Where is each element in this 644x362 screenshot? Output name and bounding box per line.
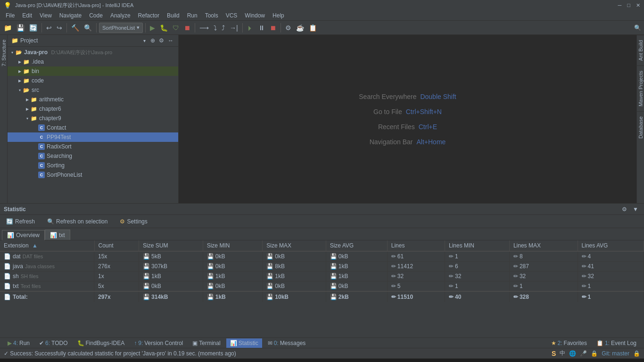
tree-item-pp94test[interactable]: C PP94Test xyxy=(8,132,178,142)
todo-tab[interactable]: ✔ 6: TODO xyxy=(35,338,71,348)
col-lines-max[interactable]: Lines MAX xyxy=(509,240,578,251)
sdk-btn[interactable]: ☕ xyxy=(294,22,306,33)
tree-item-root[interactable]: ▾ 📂 Java-pro D:\JAVA程序设计\Java-pro xyxy=(8,48,178,57)
start-button[interactable]: ⊞ xyxy=(0,359,24,362)
tree-item-sorting[interactable]: C Sorting xyxy=(8,161,178,170)
refresh-button[interactable]: 🔄 Refresh xyxy=(2,216,39,227)
taskbar-java[interactable]: ☕ xyxy=(154,359,175,362)
col-lines-avg[interactable]: Lines AVG xyxy=(578,240,644,251)
tree-item-chapter9[interactable]: ▾ 📁 chapter9 xyxy=(8,114,178,123)
col-size-max[interactable]: Size MAX xyxy=(263,240,326,251)
tree-item-code[interactable]: ▶ 📁 code xyxy=(8,76,178,85)
settings-tool-button[interactable]: ⚙ Settings xyxy=(116,216,151,227)
tree-item-contact[interactable]: C Contact xyxy=(8,123,178,132)
stat-settings-btn[interactable]: ⚙ xyxy=(620,205,629,214)
resume-btn[interactable]: ⏵ xyxy=(245,22,256,33)
step-into-btn[interactable]: ⤵ xyxy=(212,22,219,33)
maven-projects-tab[interactable]: Maven Projects xyxy=(637,66,644,111)
structure-tab[interactable]: 7: Structure xyxy=(0,35,8,71)
toolbar-save-btn[interactable]: 💾 xyxy=(15,22,26,33)
settings-btn[interactable]: ⚙ xyxy=(283,22,293,33)
menu-help[interactable]: Help xyxy=(269,11,288,20)
panel-locate-btn[interactable]: ⊕ xyxy=(149,36,156,45)
messages-tab[interactable]: ✉ 0: Messages xyxy=(264,338,310,348)
tree-item-searching[interactable]: C Searching xyxy=(8,151,178,161)
stop-debug-btn[interactable]: ⏹ xyxy=(268,22,278,33)
panel-expand-btn[interactable]: ↔ xyxy=(167,36,174,45)
tree-item-sortphonelist[interactable]: C SortPhoneList xyxy=(8,170,178,180)
toolbar-search-icon[interactable]: 🔍 xyxy=(633,23,642,33)
menu-file[interactable]: File xyxy=(2,11,18,20)
col-lines[interactable]: Lines xyxy=(387,240,445,251)
taskbar-store[interactable]: 🏪 xyxy=(110,359,132,362)
table-row[interactable]: 📄 java Java classes 276x 💾307kB 💾0kB 💾8k… xyxy=(0,262,644,272)
toolbar-undo-btn[interactable]: ↩ xyxy=(44,22,54,33)
col-lines-min[interactable]: Lines MIN xyxy=(445,240,509,251)
stat-close-btn[interactable]: ▼ xyxy=(631,205,640,214)
table-row[interactable]: 📄 txt Text files 5x 💾0kB 💾0kB 💾0kB 💾0kB … xyxy=(0,281,644,292)
favorites-tab[interactable]: ★ 2: Favorites xyxy=(547,338,591,348)
menu-window[interactable]: Window xyxy=(241,11,269,20)
col-count[interactable]: Count xyxy=(94,240,139,251)
run-config-dropdown[interactable]: SortPhoneList ▾ xyxy=(99,23,143,33)
toolbar-search2-btn[interactable]: 🔍 xyxy=(82,22,94,33)
version-control-tab[interactable]: ↑ 9: Version Control xyxy=(130,338,187,348)
ant-build-tab[interactable]: Ant Build xyxy=(637,35,644,66)
step-out-btn[interactable]: ⤴ xyxy=(220,22,227,33)
statistic-tab[interactable]: 📊 Statistic xyxy=(226,338,262,348)
refresh-on-button[interactable]: 🔍 Refresh on selection xyxy=(43,216,112,227)
taskbar-search[interactable]: ○ xyxy=(24,359,45,362)
tree-item-idea[interactable]: ▶ 📁 .idea xyxy=(8,57,178,66)
project-dropdown-arrow[interactable]: ▾ xyxy=(143,38,146,43)
terminal-tab[interactable]: ▣ Terminal xyxy=(189,338,224,348)
txt-tab[interactable]: 📊 txt xyxy=(45,230,70,240)
menu-navigate[interactable]: Navigate xyxy=(56,11,85,20)
run-to-cursor-btn[interactable]: →| xyxy=(228,22,240,33)
table-row[interactable]: 📄 sh SH files 1x 💾1kB 💾1kB 💾1kB 💾1kB ✏32… xyxy=(0,272,644,281)
col-size-avg[interactable]: Size AVG xyxy=(326,240,387,251)
menu-vcs[interactable]: VCS xyxy=(222,11,241,20)
run-button[interactable]: ▶ xyxy=(148,22,157,33)
extra-btn[interactable]: 📋 xyxy=(307,22,319,33)
event-log-tab[interactable]: 📋 1: Event Log xyxy=(593,338,640,348)
minimize-button[interactable]: ─ xyxy=(618,2,622,8)
taskbar-edge[interactable]: 🌐 xyxy=(67,359,89,362)
run-tab[interactable]: ▶ 4: Run xyxy=(4,338,33,348)
menu-build[interactable]: Build xyxy=(163,11,183,20)
debug-button[interactable]: 🐛 xyxy=(158,22,170,33)
overview-tab[interactable]: 📊 Overview xyxy=(2,230,45,240)
step-over-btn[interactable]: ⟶ xyxy=(198,22,211,33)
taskbar-explorer[interactable]: 📁 xyxy=(132,359,154,362)
database-tab[interactable]: Database xyxy=(637,111,644,143)
window-controls[interactable]: ─ □ ✕ xyxy=(618,2,640,8)
menu-tools[interactable]: Tools xyxy=(201,11,222,20)
table-row[interactable]: 📄 dat DAT files 15x 💾5kB 💾0kB 💾0kB 💾0kB … xyxy=(0,251,644,262)
maximize-button[interactable]: □ xyxy=(627,2,630,8)
toolbar-project-btn[interactable]: 📁 xyxy=(2,22,14,33)
tree-item-bin[interactable]: ▶ 📁 bin xyxy=(8,66,178,76)
toolbar-redo-btn[interactable]: ↪ xyxy=(55,22,64,33)
close-button[interactable]: ✕ xyxy=(636,2,640,8)
col-size-min[interactable]: Size MIN xyxy=(203,240,263,251)
taskbar-taskview[interactable]: ▣ xyxy=(45,359,67,362)
menu-run[interactable]: Run xyxy=(183,11,201,20)
col-size-sum[interactable]: Size SUM xyxy=(139,240,203,251)
taskbar-intellij[interactable]: 💡 xyxy=(175,359,197,362)
panel-settings-btn[interactable]: ⚙ xyxy=(158,36,165,45)
tree-item-arithmetic[interactable]: ▶ 📁 arithmetic xyxy=(8,95,178,104)
menu-analyze[interactable]: Analyze xyxy=(107,11,134,20)
tree-item-chapter6[interactable]: ▶ 📁 chapter6 xyxy=(8,104,178,114)
menu-edit[interactable]: Edit xyxy=(18,11,36,20)
findbugs-tab[interactable]: 🐛 FindBugs-IDEA xyxy=(74,338,129,348)
tree-item-radixsort[interactable]: C RadixSort xyxy=(8,142,178,151)
taskbar-ie[interactable]: 🌐 xyxy=(89,359,110,362)
coverage-button[interactable]: 🛡 xyxy=(171,22,181,33)
menu-refactor[interactable]: Refactor xyxy=(134,11,163,20)
menu-code[interactable]: Code xyxy=(85,11,107,20)
menu-view[interactable]: View xyxy=(36,11,56,20)
pause-btn[interactable]: ⏸ xyxy=(256,22,267,33)
col-extension[interactable]: Extension ▲ xyxy=(0,240,94,251)
tree-item-src[interactable]: ▾ 📂 src xyxy=(8,85,178,95)
toolbar-sync-btn[interactable]: 🔄 xyxy=(27,22,39,33)
stop-button[interactable]: ⏹ xyxy=(182,22,192,33)
